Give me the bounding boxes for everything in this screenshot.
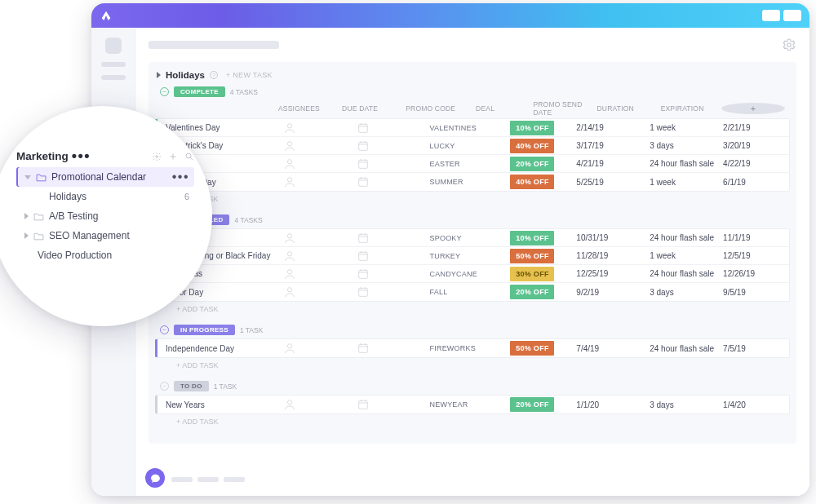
due-date-cell[interactable] — [357, 285, 430, 298]
window-control-2[interactable] — [783, 10, 801, 21]
due-date-cell[interactable] — [357, 175, 430, 188]
sidebar-folder-item[interactable]: Video Production — [16, 245, 194, 265]
sidebar-folder-item[interactable]: SEO Management — [16, 226, 194, 245]
expiration-cell[interactable]: 3/20/19 — [723, 141, 789, 150]
due-date-cell[interactable] — [357, 398, 430, 411]
add-task-button[interactable]: + ADD TASK — [155, 302, 790, 318]
item-more-icon[interactable]: ••• — [172, 175, 189, 179]
duration-cell[interactable]: 3 days — [650, 141, 723, 150]
promo-code-cell[interactable]: TURKEY — [430, 252, 511, 260]
caret-down-icon[interactable] — [157, 72, 161, 78]
expiration-cell[interactable]: 7/5/19 — [723, 344, 789, 353]
deal-cell[interactable]: 20% OFF — [510, 397, 576, 412]
add-task-button[interactable]: + ADD TASK — [155, 414, 790, 431]
assignee-cell[interactable] — [283, 139, 357, 153]
promo-code-cell[interactable]: EASTER — [430, 160, 511, 168]
task-row[interactable]: Labor Day FALL 20% OFF 9/2/19 3 days 9/5… — [155, 283, 789, 301]
expiration-cell[interactable]: 1/4/20 — [723, 400, 789, 409]
assignee-cell[interactable] — [283, 285, 357, 298]
duration-cell[interactable]: 24 hour flash sale — [650, 269, 723, 278]
task-row[interactable]: New Years NEWYEAR 20% OFF 1/1/20 3 days … — [155, 396, 789, 413]
send-date-cell[interactable]: 2/14/19 — [576, 123, 650, 132]
deal-cell[interactable]: 50% OFF — [510, 249, 576, 263]
sidebar-folder-item[interactable]: Promotional Calendar••• — [16, 167, 194, 187]
assignee-cell[interactable] — [283, 157, 357, 170]
promo-code-cell[interactable]: CANDYCANE — [430, 270, 511, 278]
task-row[interactable]: Thanksgiving or Black Friday TURKEY 50% … — [155, 247, 789, 265]
due-date-cell[interactable] — [357, 122, 430, 135]
send-date-cell[interactable]: 1/1/20 — [576, 400, 650, 409]
gear-icon[interactable] — [152, 152, 162, 161]
deal-cell[interactable]: 30% OFF — [510, 267, 576, 281]
deal-cell[interactable]: 20% OFF — [510, 157, 576, 171]
assignee-cell[interactable] — [283, 398, 357, 411]
gear-icon[interactable] — [782, 38, 796, 52]
due-date-cell[interactable] — [357, 157, 430, 170]
due-date-cell[interactable] — [357, 139, 430, 153]
status-pill[interactable]: COMPLETE — [174, 86, 225, 97]
task-row[interactable]: Christmas CANDYCANE 30% OFF 12/25/19 24 … — [155, 265, 789, 283]
send-date-cell[interactable]: 12/25/19 — [576, 269, 650, 278]
collapse-icon[interactable]: − — [160, 325, 169, 334]
deal-cell[interactable]: 10% OFF — [510, 121, 576, 135]
expiration-cell[interactable]: 12/26/19 — [723, 269, 789, 278]
chat-icon[interactable] — [145, 468, 165, 488]
promo-code-cell[interactable]: NEWYEAR — [430, 400, 511, 409]
promo-code-cell[interactable]: FALL — [430, 288, 511, 296]
expiration-cell[interactable]: 4/22/19 — [723, 159, 789, 168]
deal-cell[interactable]: 40% OFF — [510, 139, 576, 153]
duration-cell[interactable]: 3 days — [650, 400, 723, 409]
send-date-cell[interactable]: 9/2/19 — [576, 288, 650, 297]
assignee-cell[interactable] — [283, 232, 357, 245]
due-date-cell[interactable] — [357, 232, 430, 245]
duration-cell[interactable]: 24 hour flash sale — [650, 233, 723, 242]
assignee-cell[interactable] — [283, 250, 357, 263]
rail-avatar[interactable] — [105, 38, 122, 54]
task-row[interactable]: Easter EASTER 20% OFF 4/21/19 24 hour fl… — [155, 155, 789, 173]
status-pill[interactable]: TO DO — [174, 381, 209, 391]
expiration-cell[interactable]: 12/5/19 — [723, 251, 789, 260]
duration-cell[interactable]: 1 week — [650, 178, 723, 187]
promo-code-cell[interactable]: SPOOKY — [430, 234, 511, 242]
expiration-cell[interactable]: 6/1/19 — [723, 178, 789, 187]
collapse-icon[interactable]: − — [160, 382, 169, 391]
add-task-button[interactable]: + ADD TASK — [155, 192, 790, 208]
task-row[interactable]: Memorial Day SUMMER 40% OFF 5/25/19 1 we… — [155, 173, 789, 191]
plus-icon[interactable] — [168, 152, 178, 161]
deal-cell[interactable]: 10% OFF — [510, 231, 576, 245]
space-more-icon[interactable]: ••• — [72, 154, 91, 158]
sidebar-folder-item[interactable]: A/B Testing — [16, 206, 194, 226]
duration-cell[interactable]: 1 week — [650, 123, 723, 132]
window-control-1[interactable] — [762, 10, 780, 21]
add-task-button[interactable]: + ADD TASK — [155, 358, 790, 374]
promo-code-cell[interactable]: FIREWORKS — [430, 344, 511, 352]
deal-cell[interactable]: 40% OFF — [510, 175, 576, 189]
collapse-icon[interactable]: − — [160, 87, 169, 96]
send-date-cell[interactable]: 11/28/19 — [576, 251, 650, 260]
send-date-cell[interactable]: 10/31/19 — [576, 233, 650, 242]
duration-cell[interactable]: 1 week — [650, 251, 723, 260]
help-icon[interactable]: ? — [210, 71, 218, 79]
due-date-cell[interactable] — [357, 250, 430, 263]
add-column-icon[interactable]: + — [721, 103, 785, 114]
send-date-cell[interactable]: 3/17/19 — [576, 141, 650, 150]
task-row[interactable]: St Patrick's Day LUCKY 40% OFF 3/17/19 3… — [155, 137, 789, 155]
sidebar-list-item[interactable]: Holidays6 — [16, 187, 194, 206]
deal-cell[interactable]: 20% OFF — [510, 285, 576, 299]
assignee-cell[interactable] — [283, 122, 357, 135]
assignee-cell[interactable] — [283, 175, 357, 188]
duration-cell[interactable]: 3 days — [650, 288, 723, 297]
promo-code-cell[interactable]: SUMMER — [430, 178, 511, 186]
expiration-cell[interactable]: 2/21/19 — [723, 123, 789, 132]
expiration-cell[interactable]: 11/1/19 — [723, 233, 789, 242]
task-row[interactable]: Valentines Day VALENTINES 10% OFF 2/14/1… — [155, 119, 789, 137]
task-row[interactable]: Halloween SPOOKY 10% OFF 10/31/19 24 hou… — [155, 229, 789, 247]
space-title[interactable]: Marketing — [16, 150, 69, 162]
new-task-button[interactable]: + NEW TASK — [226, 71, 273, 79]
due-date-cell[interactable] — [357, 267, 430, 281]
promo-code-cell[interactable]: LUCKY — [430, 142, 511, 150]
duration-cell[interactable]: 24 hour flash sale — [650, 159, 723, 168]
task-row[interactable]: Independence Day FIREWORKS 50% OFF 7/4/1… — [155, 339, 789, 357]
send-date-cell[interactable]: 5/25/19 — [576, 178, 650, 187]
promo-code-cell[interactable]: VALENTINES — [430, 124, 511, 132]
